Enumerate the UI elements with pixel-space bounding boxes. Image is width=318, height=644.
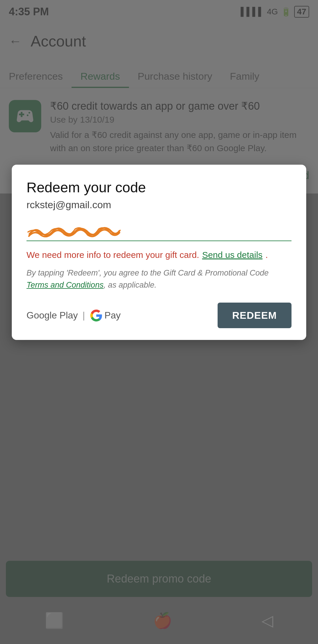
redeem-modal: Redeem your code rckstej@gmail.com We ne… [12, 165, 306, 340]
modal-email: rckstej@gmail.com [26, 199, 292, 211]
terms-text: By tapping 'Redeem', you agree to the Gi… [26, 267, 292, 291]
google-play-brand: Google Play [26, 310, 78, 321]
error-period: . [266, 250, 268, 260]
error-row: We need more info to redeem your gift ca… [26, 250, 292, 260]
gpay-text: Pay [105, 310, 121, 321]
brand-divider: | [82, 310, 85, 321]
code-input[interactable] [26, 222, 292, 241]
brand-logos: Google Play | Pay [26, 309, 121, 322]
terms-prefix: By tapping 'Redeem', you agree to the Gi… [26, 268, 269, 277]
redeem-button[interactable]: REDEEM [218, 303, 292, 328]
modal-title: Redeem your code [26, 179, 292, 196]
modal-footer: Google Play | Pay REDEEM [26, 303, 292, 328]
gpay-logo: Pay [90, 309, 121, 322]
send-details-link[interactable]: Send us details [202, 250, 262, 260]
terms-link[interactable]: Terms and Conditions [26, 281, 104, 289]
code-input-container[interactable] [26, 222, 292, 241]
error-message: We need more info to redeem your gift ca… [26, 250, 199, 260]
google-g-icon [90, 309, 103, 322]
terms-suffix: , as applicable. [104, 281, 157, 289]
